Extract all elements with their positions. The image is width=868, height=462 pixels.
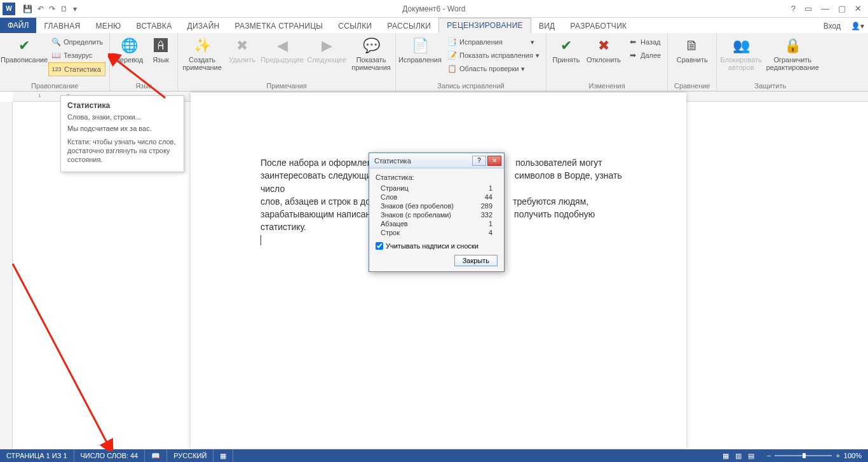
language-button[interactable]: 🅰 Язык (148, 34, 173, 64)
view-print-icon[interactable]: ▥ (735, 452, 742, 460)
tab-menu[interactable]: Меню (88, 19, 129, 33)
include-textboxes-checkbox[interactable]: Учитывать надписи и сноски (376, 242, 498, 250)
chevron-down-icon: ▾ (521, 65, 525, 73)
define-button[interactable]: 🔍Определить (48, 36, 105, 48)
status-language[interactable]: РУССКИЙ (167, 449, 214, 462)
view-read-icon[interactable]: ▦ (722, 452, 729, 460)
lock-icon: 🔒 (782, 37, 803, 55)
dialog-titlebar[interactable]: Статистика ? ✕ (369, 153, 504, 168)
stat-row: Абзацев1 (376, 219, 498, 228)
title-bar: W 💾 ↶ ↷ 🗋 ▾ Документ6 - Word ? ▭ — ▢ ✕ (0, 0, 868, 18)
word-icon: W (3, 3, 15, 15)
tab-references[interactable]: ССЫЛКИ (330, 19, 379, 33)
close-button[interactable]: Закрыть (454, 255, 498, 266)
statistics-dialog: Статистика ? ✕ Статистика: Страниц1Слов4… (369, 153, 505, 272)
stat-row: Знаков (с пробелами)332 (376, 210, 498, 219)
minimize-icon[interactable]: — (821, 4, 829, 13)
stat-row: Слов44 (376, 193, 498, 201)
help-icon[interactable]: ? (791, 4, 796, 13)
status-word-count[interactable]: ЧИСЛО СЛОВ: 44 (74, 449, 146, 462)
tab-design[interactable]: ДИЗАЙН (179, 19, 227, 33)
group-language: 🌐 Перевод 🅰 Язык Язык (110, 33, 178, 91)
tab-home[interactable]: ГЛАВНАЯ (36, 19, 88, 33)
ribbon-display-icon[interactable]: ▭ (804, 4, 812, 13)
accept-icon: ✔ (556, 37, 576, 55)
thesaurus-icon: 📖 (51, 50, 61, 60)
book-icon: 🔍 (51, 37, 61, 47)
translate-icon: 🌐 (119, 37, 139, 55)
sign-in-dropdown-icon[interactable]: 👤▾ (847, 19, 868, 33)
next-change-button[interactable]: ➡Далее (625, 49, 663, 62)
group-comments: ✨Создать примечание ✖Удалить ◀Предыдущее… (178, 33, 396, 91)
new-comment-icon: ✨ (192, 37, 212, 55)
view-web-icon[interactable]: ▤ (748, 452, 754, 460)
group-proofing: ✔ Правописание 🔍Определить 📖Тезаурус 123… (0, 33, 110, 91)
ribbon-tabs: ФАЙЛ ГЛАВНАЯ Меню ВСТАВКА ДИЗАЙН РАЗМЕТК… (0, 18, 868, 33)
tab-layout[interactable]: РАЗМЕТКА СТРАНИЦЫ (227, 19, 331, 33)
status-bar: СТРАНИЦА 1 ИЗ 1 ЧИСЛО СЛОВ: 44 📖 РУССКИЙ… (0, 449, 868, 462)
compare-icon: 🗎 (682, 37, 702, 55)
dialog-title: Статистика (372, 157, 471, 165)
dialog-help-button[interactable]: ? (472, 156, 486, 166)
new-doc-icon[interactable]: 🗋 (60, 4, 68, 13)
compare-button[interactable]: 🗎Сравнить (672, 34, 712, 64)
show-comments-button[interactable]: 💬Показать примечания (351, 34, 391, 71)
prev-comment-button[interactable]: ◀Предыдущее (262, 34, 302, 64)
new-comment-button[interactable]: ✨Создать примечание (182, 34, 222, 71)
checkbox-input[interactable] (376, 242, 383, 250)
chevron-down-icon: ▾ (531, 38, 534, 46)
statistics-tooltip: Статистика Слова, знаки, строки... Мы по… (60, 95, 184, 172)
dialog-caption: Статистика: (376, 173, 498, 181)
window-title: Документ6 - Word (77, 4, 791, 13)
fwd-arrow-icon: ➡ (628, 50, 638, 60)
thesaurus-button[interactable]: 📖Тезаурус (48, 49, 105, 62)
translate-button[interactable]: 🌐 Перевод (114, 34, 144, 64)
previous-change-button[interactable]: ⬅Назад (625, 36, 663, 48)
show-comments-icon: 💬 (361, 37, 381, 55)
reviewing-pane-dropdown[interactable]: 📋Область проверки▾ (444, 62, 542, 75)
block-authors-icon: 👥 (731, 37, 751, 55)
chevron-down-icon: ▾ (536, 51, 539, 60)
pane-icon: 📋 (447, 64, 457, 74)
prev-icon: ◀ (272, 37, 292, 55)
vertical-ruler[interactable] (0, 102, 13, 449)
markup-icon: 📝 (447, 50, 457, 60)
tab-review[interactable]: РЕЦЕНЗИРОВАНИЕ (438, 18, 531, 33)
tab-developer[interactable]: РАЗРАБОТЧИК (563, 19, 635, 33)
display-icon: 📑 (447, 37, 457, 47)
next-comment-button[interactable]: ▶Следующее (306, 34, 347, 64)
reject-button[interactable]: ✖Отклонить (586, 34, 621, 64)
zoom-in-button[interactable]: + (836, 452, 839, 459)
status-proofing-icon[interactable]: 📖 (145, 449, 167, 462)
show-markup-dropdown[interactable]: 📝Показать исправления▾ (444, 49, 542, 62)
text-cursor (261, 235, 261, 245)
status-macro-icon[interactable]: ▦ (214, 449, 233, 462)
track-changes-button[interactable]: 📄Исправления (400, 34, 440, 64)
maximize-icon[interactable]: ▢ (838, 4, 846, 13)
zoom-out-button[interactable]: − (767, 452, 771, 459)
status-page[interactable]: СТРАНИЦА 1 ИЗ 1 (0, 449, 74, 462)
sign-in[interactable]: Вход (817, 19, 847, 33)
tab-file[interactable]: ФАЙЛ (0, 18, 36, 33)
accept-button[interactable]: ✔Принять (550, 34, 582, 64)
tab-mailings[interactable]: РАССЫЛКИ (379, 19, 438, 33)
display-for-review-dropdown[interactable]: 📑Исправления▾ (444, 36, 542, 48)
restrict-editing-button[interactable]: 🔒Ограничить редактирование (765, 34, 820, 71)
statistics-list: Страниц1Слов44Знаков (без пробелов)289Зн… (376, 184, 498, 237)
tab-view[interactable]: ВИД (531, 19, 563, 33)
spelling-button[interactable]: ✔ Правописание (4, 34, 44, 64)
redo-icon[interactable]: ↷ (49, 4, 55, 13)
tooltip-title: Статистика (67, 101, 177, 110)
group-tracking: 📄Исправления 📑Исправления▾ 📝Показать исп… (396, 33, 546, 91)
close-icon[interactable]: ✕ (855, 4, 862, 13)
zoom-slider[interactable] (775, 455, 832, 456)
reject-icon: ✖ (593, 37, 614, 55)
delete-comment-button[interactable]: ✖Удалить (226, 34, 258, 64)
save-icon[interactable]: 💾 (23, 4, 32, 13)
tab-insert[interactable]: ВСТАВКА (129, 19, 180, 33)
dialog-close-button[interactable]: ✕ (487, 156, 501, 166)
block-authors-button[interactable]: 👥Блокировать авторов (721, 34, 761, 71)
undo-icon[interactable]: ↶ (37, 4, 44, 13)
word-count-button[interactable]: 123Статистика (48, 62, 105, 76)
zoom-level[interactable]: 100% (844, 452, 862, 459)
